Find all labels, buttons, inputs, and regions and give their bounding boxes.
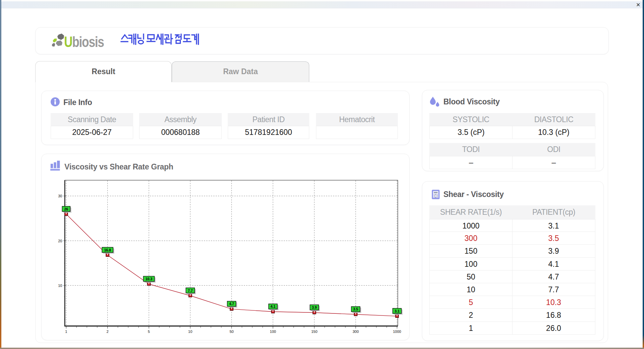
- svg-text:3.5: 3.5: [353, 307, 358, 311]
- svg-text:30: 30: [58, 194, 62, 198]
- svg-text:100: 100: [270, 330, 276, 334]
- svg-text:10.3: 10.3: [146, 277, 153, 281]
- svg-text:3.1: 3.1: [394, 309, 399, 313]
- svg-text:300: 300: [353, 330, 359, 334]
- svg-text:4.1: 4.1: [270, 304, 275, 308]
- svg-text:150: 150: [311, 330, 317, 334]
- svg-text:3.9: 3.9: [312, 305, 317, 309]
- svg-text:2: 2: [107, 330, 109, 334]
- svg-text:1000: 1000: [393, 330, 401, 334]
- svg-text:1: 1: [65, 330, 67, 334]
- svg-text:4.7: 4.7: [229, 302, 234, 306]
- svg-text:5: 5: [148, 330, 150, 334]
- svg-text:16.8: 16.8: [104, 248, 111, 252]
- svg-text:50: 50: [229, 330, 233, 334]
- svg-text:10: 10: [58, 284, 62, 288]
- svg-text:10: 10: [188, 330, 192, 334]
- svg-text:7.7: 7.7: [188, 289, 193, 293]
- svg-text:26: 26: [64, 207, 68, 211]
- svg-text:20: 20: [58, 239, 62, 243]
